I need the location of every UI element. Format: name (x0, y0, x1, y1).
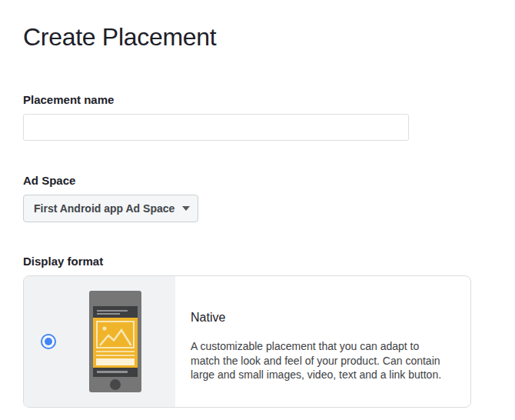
format-option-native-card[interactable]: Native A customizable placement that you… (23, 275, 471, 408)
format-option-details: Native A customizable placement that you… (175, 276, 470, 407)
ad-text-line (96, 355, 135, 356)
display-format-field: Display format (23, 255, 515, 408)
radio-dot (45, 338, 52, 345)
phone-screen (93, 306, 138, 377)
placement-name-input[interactable] (23, 114, 409, 141)
app-footer-placeholder (93, 368, 138, 377)
image-placeholder-icon (96, 321, 135, 348)
page-title: Create Placement (23, 22, 515, 52)
format-option-name: Native (191, 310, 457, 325)
display-format-label: Display format (23, 255, 515, 268)
format-option-preview-panel (24, 276, 175, 407)
native-radio-selected[interactable] (41, 334, 56, 349)
ad-space-label: Ad Space (23, 175, 515, 187)
ad-cta-button-placeholder (96, 358, 135, 365)
format-option-description: A customizable placement that you can ad… (191, 339, 457, 382)
phone-home-button (110, 379, 121, 390)
native-ad-placeholder (93, 318, 138, 368)
phone-illustration (89, 291, 141, 392)
placement-name-label: Placement name (23, 94, 515, 106)
chevron-down-icon (182, 206, 190, 211)
ad-space-field: Ad Space First Android app Ad Space (23, 175, 515, 222)
placement-name-field: Placement name (23, 94, 515, 141)
ad-space-selected-value: First Android app Ad Space (34, 202, 174, 215)
create-placement-page: Create Placement Placement name Ad Space… (0, 0, 515, 408)
ad-text-line (96, 351, 135, 352)
ad-space-dropdown[interactable]: First Android app Ad Space (23, 195, 198, 222)
app-header-placeholder (93, 306, 138, 318)
